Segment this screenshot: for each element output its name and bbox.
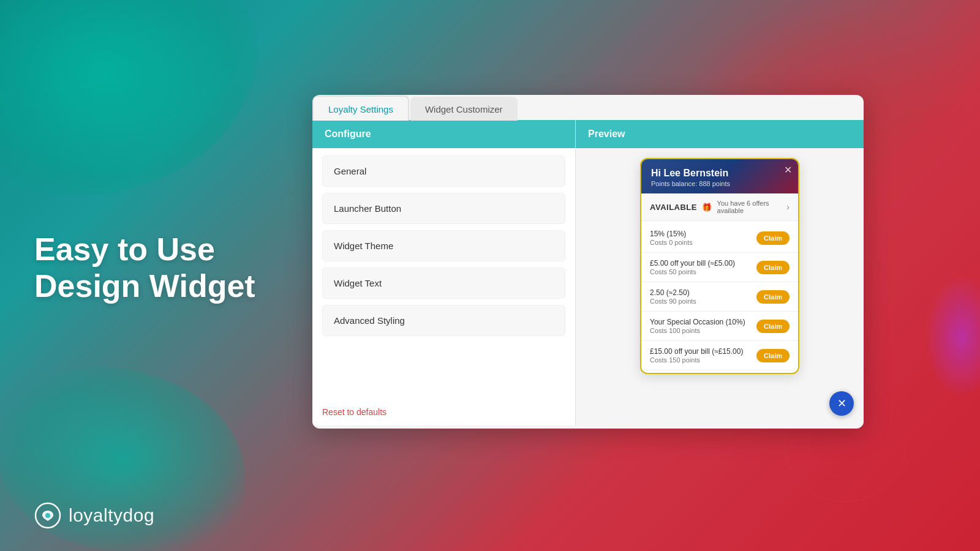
loyaltydog-icon — [34, 502, 61, 529]
tab-loyalty-settings[interactable]: Loyalty Settings — [312, 96, 409, 121]
widget-close-fab[interactable]: ✕ — [829, 391, 854, 416]
offer-cost-3: Costs 100 points — [650, 327, 745, 334]
claim-button-4[interactable]: Claim — [756, 349, 790, 362]
gift-icon: 🎁 — [702, 203, 712, 212]
configure-item-general[interactable]: General — [322, 156, 565, 187]
configure-header: Configure — [312, 120, 575, 148]
offer-title-1: £5.00 off your bill (≈£5.00) — [650, 259, 735, 268]
preview-header: Preview — [576, 120, 864, 148]
offer-cost-0: Costs 0 points — [650, 239, 693, 246]
hero-line2: Design Widget — [34, 268, 255, 304]
offer-title-2: 2.50 (≈2.50) — [650, 288, 696, 297]
offer-info-2: 2.50 (≈2.50) Costs 90 points — [650, 288, 696, 305]
svg-point-1 — [45, 513, 50, 518]
hero-text: Easy to Use Design Widget — [34, 231, 255, 305]
close-x-icon: ✕ — [837, 397, 846, 410]
offer-row-0: 15% (15%) Costs 0 points Claim — [641, 223, 798, 253]
claim-button-0[interactable]: Claim — [756, 231, 790, 245]
offer-info-0: 15% (15%) Costs 0 points — [650, 230, 693, 246]
offer-info-3: Your Special Occasion (10%) Costs 100 po… — [650, 318, 745, 334]
widget-greeting: Hi Lee Bernstein — [651, 168, 788, 179]
widget-offers-list: 15% (15%) Costs 0 points Claim £5.00 off… — [641, 221, 798, 373]
available-subtitle: You have 6 offers available — [717, 200, 787, 214]
offer-row-2: 2.50 (≈2.50) Costs 90 points Claim — [641, 282, 798, 312]
offer-title-0: 15% (15%) — [650, 230, 693, 238]
configure-item-advanced-styling[interactable]: Advanced Styling — [322, 305, 565, 336]
widget-points-balance: Points balance: 888 points — [651, 180, 788, 187]
configure-item-widget-theme[interactable]: Widget Theme — [322, 230, 565, 261]
widget-close-button[interactable]: ✕ — [784, 165, 792, 175]
claim-button-3[interactable]: Claim — [756, 320, 790, 333]
panel-body: Configure General Launcher Button Widget… — [312, 120, 864, 425]
offer-info-1: £5.00 off your bill (≈£5.00) Costs 50 po… — [650, 259, 735, 276]
offer-cost-1: Costs 50 points — [650, 268, 735, 276]
claim-button-1[interactable]: Claim — [756, 261, 790, 274]
configure-item-launcher-button[interactable]: Launcher Button — [322, 193, 565, 224]
available-left: AVAILABLE 🎁 — [650, 203, 712, 212]
offer-title-3: Your Special Occasion (10%) — [650, 318, 745, 326]
logo: loyaltydog — [34, 502, 154, 529]
offer-info-4: £15.00 off your bill (≈£15.00) Costs 150… — [650, 347, 743, 364]
tab-widget-customizer[interactable]: Widget Customizer — [410, 97, 518, 121]
offer-row-3: Your Special Occasion (10%) Costs 100 po… — [641, 312, 798, 341]
widget-available-bar[interactable]: AVAILABLE 🎁 You have 6 offers available … — [641, 193, 798, 221]
main-panel: Loyalty Settings Widget Customizer Confi… — [312, 95, 864, 429]
tabs-bar: Loyalty Settings Widget Customizer — [312, 95, 864, 120]
widget-header: Hi Lee Bernstein Points balance: 888 poi… — [641, 159, 798, 193]
chevron-right-icon: › — [786, 202, 790, 212]
reset-to-defaults-link[interactable]: Reset to defaults — [312, 399, 575, 425]
configure-list: General Launcher Button Widget Theme Wid… — [312, 148, 575, 399]
available-title: AVAILABLE 🎁 — [650, 203, 712, 212]
widget-popup: Hi Lee Bernstein Points balance: 888 poi… — [640, 158, 799, 374]
offer-row-4: £15.00 off your bill (≈£15.00) Costs 150… — [641, 341, 798, 370]
logo-text: loyaltydog — [69, 505, 154, 526]
available-info: You have 6 offers available — [712, 200, 787, 214]
offer-cost-4: Costs 150 points — [650, 356, 743, 364]
preview-body: Hi Lee Bernstein Points balance: 888 poi… — [576, 148, 864, 425]
offer-title-4: £15.00 off your bill (≈£15.00) — [650, 347, 743, 356]
preview-section: Preview Hi Lee Bernstein Points balance:… — [576, 120, 864, 425]
configure-item-widget-text[interactable]: Widget Text — [322, 268, 565, 299]
hero-line1: Easy to Use — [34, 231, 215, 267]
claim-button-2[interactable]: Claim — [756, 290, 790, 304]
configure-section: Configure General Launcher Button Widget… — [312, 120, 576, 425]
offer-row-1: £5.00 off your bill (≈£5.00) Costs 50 po… — [641, 253, 798, 282]
offer-cost-2: Costs 90 points — [650, 298, 696, 305]
